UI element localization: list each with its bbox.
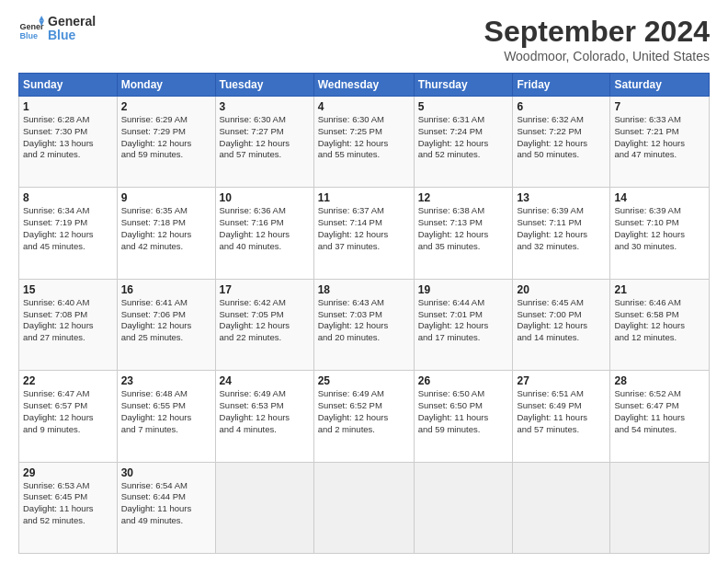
calendar-cell: 29Sunrise: 6:53 AM Sunset: 6:45 PM Dayli… xyxy=(19,462,118,553)
day-info: Sunrise: 6:31 AM Sunset: 7:24 PM Dayligh… xyxy=(418,114,509,161)
logo-text-general: General xyxy=(48,15,96,29)
day-info: Sunrise: 6:34 AM Sunset: 7:19 PM Dayligh… xyxy=(23,205,113,252)
day-info: Sunrise: 6:46 AM Sunset: 6:58 PM Dayligh… xyxy=(614,297,705,344)
col-tuesday: Tuesday xyxy=(215,74,313,97)
calendar-cell: 27Sunrise: 6:51 AM Sunset: 6:49 PM Dayli… xyxy=(513,371,610,462)
day-info: Sunrise: 6:32 AM Sunset: 7:22 PM Dayligh… xyxy=(517,114,606,161)
day-info: Sunrise: 6:41 AM Sunset: 7:06 PM Dayligh… xyxy=(121,297,211,344)
calendar-week-5: 29Sunrise: 6:53 AM Sunset: 6:45 PM Dayli… xyxy=(19,462,710,553)
calendar-cell: 14Sunrise: 6:39 AM Sunset: 7:10 PM Dayli… xyxy=(610,188,710,279)
day-number: 20 xyxy=(517,283,606,296)
day-number: 21 xyxy=(614,283,705,296)
day-number: 2 xyxy=(121,100,211,113)
day-number: 1 xyxy=(23,100,113,113)
day-number: 19 xyxy=(418,283,509,296)
day-info: Sunrise: 6:30 AM Sunset: 7:25 PM Dayligh… xyxy=(318,114,410,161)
day-info: Sunrise: 6:39 AM Sunset: 7:10 PM Dayligh… xyxy=(614,205,705,252)
calendar-cell xyxy=(215,462,313,553)
calendar-cell: 23Sunrise: 6:48 AM Sunset: 6:55 PM Dayli… xyxy=(117,371,215,462)
calendar-cell: 13Sunrise: 6:39 AM Sunset: 7:11 PM Dayli… xyxy=(513,188,610,279)
calendar-cell: 6Sunrise: 6:32 AM Sunset: 7:22 PM Daylig… xyxy=(513,97,610,188)
calendar-cell: 8Sunrise: 6:34 AM Sunset: 7:19 PM Daylig… xyxy=(19,188,118,279)
day-info: Sunrise: 6:49 AM Sunset: 6:53 PM Dayligh… xyxy=(220,388,310,435)
day-info: Sunrise: 6:33 AM Sunset: 7:21 PM Dayligh… xyxy=(614,114,705,161)
day-number: 22 xyxy=(23,374,113,387)
day-number: 14 xyxy=(614,191,705,204)
day-number: 29 xyxy=(23,466,113,479)
calendar-week-2: 8Sunrise: 6:34 AM Sunset: 7:19 PM Daylig… xyxy=(19,188,710,279)
calendar-header-row: Sunday Monday Tuesday Wednesday Thursday… xyxy=(19,74,710,97)
day-info: Sunrise: 6:49 AM Sunset: 6:52 PM Dayligh… xyxy=(318,388,410,435)
day-number: 13 xyxy=(517,191,606,204)
day-number: 23 xyxy=(121,374,211,387)
header: General Blue General Blue September 2024… xyxy=(18,15,710,63)
calendar-cell: 5Sunrise: 6:31 AM Sunset: 7:24 PM Daylig… xyxy=(414,97,513,188)
calendar-cell: 19Sunrise: 6:44 AM Sunset: 7:01 PM Dayli… xyxy=(414,279,513,370)
day-number: 16 xyxy=(121,283,211,296)
day-number: 5 xyxy=(418,100,509,113)
calendar-week-3: 15Sunrise: 6:40 AM Sunset: 7:08 PM Dayli… xyxy=(19,279,710,370)
day-number: 25 xyxy=(318,374,410,387)
calendar: Sunday Monday Tuesday Wednesday Thursday… xyxy=(18,73,710,554)
col-friday: Friday xyxy=(513,74,610,97)
calendar-cell: 4Sunrise: 6:30 AM Sunset: 7:25 PM Daylig… xyxy=(313,97,414,188)
calendar-body: 1Sunrise: 6:28 AM Sunset: 7:30 PM Daylig… xyxy=(19,97,710,554)
calendar-cell: 9Sunrise: 6:35 AM Sunset: 7:18 PM Daylig… xyxy=(117,188,215,279)
day-info: Sunrise: 6:37 AM Sunset: 7:14 PM Dayligh… xyxy=(318,205,410,252)
day-number: 24 xyxy=(220,374,310,387)
calendar-cell xyxy=(513,462,610,553)
day-number: 18 xyxy=(318,283,410,296)
logo: General Blue General Blue xyxy=(18,15,96,43)
calendar-cell: 18Sunrise: 6:43 AM Sunset: 7:03 PM Dayli… xyxy=(313,279,414,370)
calendar-cell xyxy=(313,462,414,553)
day-number: 3 xyxy=(220,100,310,113)
page: General Blue General Blue September 2024… xyxy=(0,0,728,563)
day-info: Sunrise: 6:44 AM Sunset: 7:01 PM Dayligh… xyxy=(418,297,509,344)
day-info: Sunrise: 6:47 AM Sunset: 6:57 PM Dayligh… xyxy=(23,388,113,435)
calendar-cell: 25Sunrise: 6:49 AM Sunset: 6:52 PM Dayli… xyxy=(313,371,414,462)
logo-icon: General Blue xyxy=(18,16,44,41)
day-info: Sunrise: 6:38 AM Sunset: 7:13 PM Dayligh… xyxy=(418,205,509,252)
col-wednesday: Wednesday xyxy=(313,74,414,97)
calendar-cell: 11Sunrise: 6:37 AM Sunset: 7:14 PM Dayli… xyxy=(313,188,414,279)
col-thursday: Thursday xyxy=(414,74,513,97)
calendar-cell: 2Sunrise: 6:29 AM Sunset: 7:29 PM Daylig… xyxy=(117,97,215,188)
svg-text:Blue: Blue xyxy=(19,31,38,40)
calendar-cell: 1Sunrise: 6:28 AM Sunset: 7:30 PM Daylig… xyxy=(19,97,118,188)
day-number: 26 xyxy=(418,374,509,387)
day-number: 12 xyxy=(418,191,509,204)
day-info: Sunrise: 6:43 AM Sunset: 7:03 PM Dayligh… xyxy=(318,297,410,344)
day-info: Sunrise: 6:30 AM Sunset: 7:27 PM Dayligh… xyxy=(220,114,310,161)
day-info: Sunrise: 6:42 AM Sunset: 7:05 PM Dayligh… xyxy=(220,297,310,344)
day-info: Sunrise: 6:29 AM Sunset: 7:29 PM Dayligh… xyxy=(121,114,211,161)
day-number: 27 xyxy=(517,374,606,387)
day-info: Sunrise: 6:39 AM Sunset: 7:11 PM Dayligh… xyxy=(517,205,606,252)
calendar-cell: 30Sunrise: 6:54 AM Sunset: 6:44 PM Dayli… xyxy=(117,462,215,553)
day-info: Sunrise: 6:54 AM Sunset: 6:44 PM Dayligh… xyxy=(121,480,211,527)
subtitle: Woodmoor, Colorado, United States xyxy=(484,49,710,63)
day-info: Sunrise: 6:36 AM Sunset: 7:16 PM Dayligh… xyxy=(220,205,310,252)
day-number: 10 xyxy=(220,191,310,204)
day-info: Sunrise: 6:51 AM Sunset: 6:49 PM Dayligh… xyxy=(517,388,606,435)
day-info: Sunrise: 6:40 AM Sunset: 7:08 PM Dayligh… xyxy=(23,297,113,344)
day-number: 17 xyxy=(220,283,310,296)
day-number: 9 xyxy=(121,191,211,204)
calendar-cell: 21Sunrise: 6:46 AM Sunset: 6:58 PM Dayli… xyxy=(610,279,710,370)
col-saturday: Saturday xyxy=(610,74,710,97)
day-number: 6 xyxy=(517,100,606,113)
day-number: 11 xyxy=(318,191,410,204)
day-info: Sunrise: 6:53 AM Sunset: 6:45 PM Dayligh… xyxy=(23,480,113,527)
calendar-cell: 7Sunrise: 6:33 AM Sunset: 7:21 PM Daylig… xyxy=(610,97,710,188)
day-number: 15 xyxy=(23,283,113,296)
calendar-cell: 20Sunrise: 6:45 AM Sunset: 7:00 PM Dayli… xyxy=(513,279,610,370)
col-monday: Monday xyxy=(117,74,215,97)
calendar-cell: 12Sunrise: 6:38 AM Sunset: 7:13 PM Dayli… xyxy=(414,188,513,279)
day-info: Sunrise: 6:52 AM Sunset: 6:47 PM Dayligh… xyxy=(614,388,705,435)
day-info: Sunrise: 6:48 AM Sunset: 6:55 PM Dayligh… xyxy=(121,388,211,435)
day-info: Sunrise: 6:35 AM Sunset: 7:18 PM Dayligh… xyxy=(121,205,211,252)
calendar-cell: 3Sunrise: 6:30 AM Sunset: 7:27 PM Daylig… xyxy=(215,97,313,188)
day-number: 8 xyxy=(23,191,113,204)
calendar-cell: 17Sunrise: 6:42 AM Sunset: 7:05 PM Dayli… xyxy=(215,279,313,370)
col-sunday: Sunday xyxy=(19,74,118,97)
day-number: 28 xyxy=(614,374,705,387)
